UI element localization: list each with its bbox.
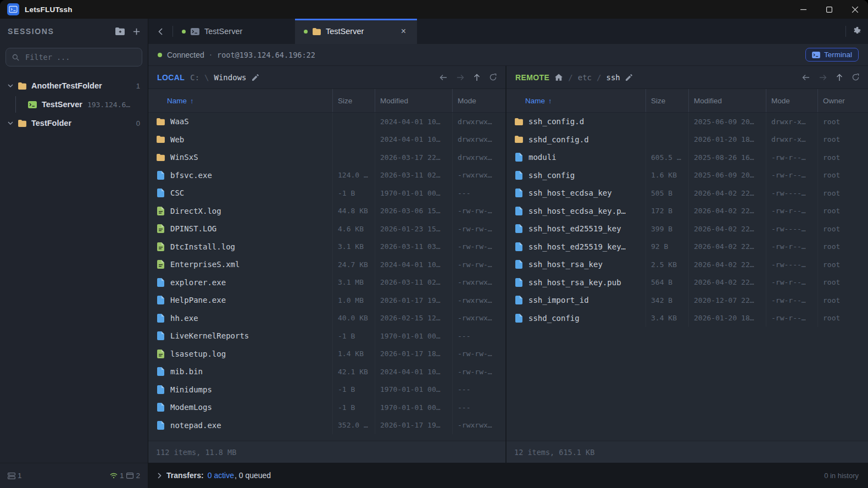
file-attribute-cell: drwxr-x… (766, 113, 817, 131)
file-row[interactable]: ssh_host_rsa_key.pub564 B2026-04-02 22…-… (507, 274, 868, 292)
file-row[interactable]: ssh_host_ed25519_key399 B2026-04-02 22…-… (507, 220, 868, 238)
column-header-modified[interactable]: Modified (688, 89, 766, 112)
file-row[interactable]: lsasetup.log1.4 KB2026-01-17 18…-rw-rw-… (148, 345, 505, 363)
up-button[interactable] (474, 74, 480, 81)
session-folder[interactable]: AnotherTestFolder1 (0, 76, 148, 95)
local-path[interactable]: C:\Windows (190, 73, 246, 82)
chevron-down-icon[interactable] (8, 121, 13, 125)
session-item[interactable]: TestServer193.124.6… (0, 95, 148, 114)
forward-button[interactable] (457, 74, 464, 81)
file-attribute-cell: 3.1 KB (332, 238, 375, 256)
column-header-mode[interactable]: Mode (766, 89, 817, 112)
file-row[interactable]: LiveKernelReports-1 B1970-01-01 00…--- (148, 327, 505, 345)
file-name: ModemLogs (170, 403, 212, 412)
settings-gear-button[interactable] (853, 27, 861, 36)
file-attribute-cell (332, 131, 375, 149)
column-header-size[interactable]: Size (332, 89, 375, 112)
terminal-button[interactable]: Terminal (805, 48, 859, 62)
file-row[interactable]: ssh_host_rsa_key2.5 KB2026-04-02 22…-rw-… (507, 256, 868, 274)
file-row[interactable]: WinSxS2026-03-17 22…drwxrwx… (148, 148, 505, 167)
column-header-mode[interactable]: Mode (452, 89, 505, 112)
file-attribute-cell: 352.0 … (332, 417, 375, 435)
filter-input[interactable] (24, 52, 136, 62)
session-tab[interactable]: TestServer× (295, 19, 417, 44)
chevron-down-icon[interactable] (8, 84, 13, 87)
file-row[interactable]: CSC-1 B1970-01-01 00…--- (148, 184, 505, 202)
file-row[interactable]: bfsvc.exe124.0 …2026-03-11 02…-rwxrwx… (148, 167, 505, 185)
remote-file-list: ssh_config.d2025-06-09 20…drwxr-x…rootss… (507, 113, 868, 441)
refresh-button[interactable] (852, 74, 859, 81)
file-name: ssh_host_ed25519_key… (528, 242, 626, 251)
file-name: ssh_host_ecdsa_key (528, 188, 612, 197)
column-header-name[interactable]: Name↑ (507, 89, 646, 112)
edit-path-icon[interactable] (626, 74, 632, 81)
file-attribute-cell: 24.7 KB (332, 256, 375, 274)
remote-panel-header: REMOTE /etc/ssh (507, 66, 868, 89)
chevron-right-icon[interactable] (158, 473, 162, 479)
file-row[interactable]: Minidumps-1 B1970-01-01 00…--- (148, 381, 505, 399)
tab-bar-right (417, 19, 868, 44)
minimize-button[interactable] (791, 0, 816, 19)
file-attribute-cell (332, 113, 375, 131)
footer-indicator: 2 (126, 472, 140, 480)
forward-button[interactable] (819, 74, 827, 81)
file-row[interactable]: DPINST.LOG4.6 KB2026-01-23 15…-rw-rw-… (148, 220, 505, 238)
add-session-button[interactable] (133, 28, 140, 35)
path-segment[interactable]: etc (578, 73, 592, 82)
file-row[interactable]: sshd_config3.4 KB2026-01-20 18…-rw-r--…r… (507, 309, 868, 328)
file-row[interactable]: DirectX.log44.8 KB2026-03-06 15…-rw-rw-… (148, 202, 505, 220)
file-attribute-cell: 2026-04-02 22… (688, 202, 766, 220)
file-row[interactable]: ssh_host_ed25519_key…92 B2026-04-02 22…-… (507, 238, 868, 256)
file-row[interactable]: EnterpriseS.xml24.7 KB2024-04-01 10…-rw-… (148, 256, 505, 274)
path-segment[interactable]: Windows (214, 73, 247, 82)
file-row[interactable]: sshd_config.d2026-01-20 18…drwxr-x…root (507, 131, 868, 149)
file-row[interactable]: Web2024-04-01 10…drwxrwx… (148, 131, 505, 149)
file-row[interactable]: ssh_config1.6 KB2025-06-09 20…-rw-r--…ro… (507, 167, 868, 185)
file-row[interactable]: ssh_host_ecdsa_key505 B2026-04-02 22…-rw… (507, 184, 868, 202)
back-button[interactable] (439, 74, 447, 81)
file-row[interactable]: moduli605.5 …2025-08-26 16…-rw-r--…root (507, 148, 868, 167)
file-attribute-cell: 2026-04-02 22… (688, 184, 766, 202)
file-attribute-cell: 2026-01-20 18… (688, 309, 766, 328)
file-attribute-cell: root (817, 113, 868, 131)
close-button[interactable] (842, 0, 868, 19)
file-row[interactable]: ModemLogs-1 B1970-01-01 00…--- (148, 398, 505, 417)
file-row[interactable]: ssh_host_ecdsa_key.p…172 B2026-04-02 22…… (507, 202, 868, 220)
home-icon[interactable] (555, 74, 563, 81)
file-row[interactable]: explorer.exe3.1 MB2026-03-11 02…-rwxrwx… (148, 274, 505, 292)
file-row[interactable]: hh.exe40.0 KB2026-02-15 12…-rwxrwx… (148, 309, 505, 328)
file-row[interactable]: ssh_config.d2025-06-09 20…drwxr-x…root (507, 113, 868, 131)
session-folder[interactable]: TestFolder0 (0, 114, 148, 132)
path-segment[interactable]: ssh (606, 73, 620, 82)
file-row[interactable]: HelpPane.exe1.0 MB2026-01-17 19…-rwxrwx… (148, 291, 505, 309)
column-header-owner[interactable]: Owner (817, 89, 868, 112)
column-header-name[interactable]: Name↑ (148, 89, 332, 112)
file-row[interactable]: DtcInstall.log3.1 KB2026-03-11 03…-rw-rw… (148, 238, 505, 256)
column-header-size[interactable]: Size (646, 89, 688, 112)
tab-close-button[interactable]: × (399, 26, 408, 37)
column-header-modified[interactable]: Modified (375, 89, 452, 112)
file-row[interactable]: ssh_import_id342 B2020-12-07 22…-rw-r--…… (507, 291, 868, 309)
file-row[interactable]: WaaS2024-04-01 10…drwxrwx… (148, 113, 505, 131)
new-folder-button[interactable] (115, 27, 125, 35)
transfers-bar: Transfers: 0 active , 0 queued 0 in hist… (148, 463, 868, 488)
title-bar: LetsFLUTssh (0, 0, 868, 19)
refresh-button[interactable] (489, 74, 497, 81)
path-segment[interactable]: C: (190, 73, 199, 82)
file-name: DPINST.LOG (170, 224, 216, 233)
session-tab[interactable]: TestServer (173, 19, 295, 44)
tab-back-button[interactable] (148, 19, 173, 44)
up-button[interactable] (836, 74, 843, 81)
wifi-icon (110, 473, 118, 479)
connection-status: Connected (167, 51, 204, 59)
edit-path-icon[interactable] (252, 74, 259, 81)
file-attribute-cell: root (817, 238, 868, 256)
remote-path[interactable]: /etc/ssh (568, 73, 620, 82)
session-filter[interactable] (5, 48, 142, 66)
file-attribute-cell: 2025-06-09 20… (688, 113, 766, 131)
file-name: WaaS (170, 117, 189, 126)
file-row[interactable]: notepad.exe352.0 …2026-01-17 19…-rwxrwx… (148, 417, 505, 435)
back-button[interactable] (802, 74, 810, 81)
maximize-button[interactable] (816, 0, 842, 19)
file-row[interactable]: mib.bin42.1 KB2024-04-01 10…-rw-rw-… (148, 363, 505, 381)
